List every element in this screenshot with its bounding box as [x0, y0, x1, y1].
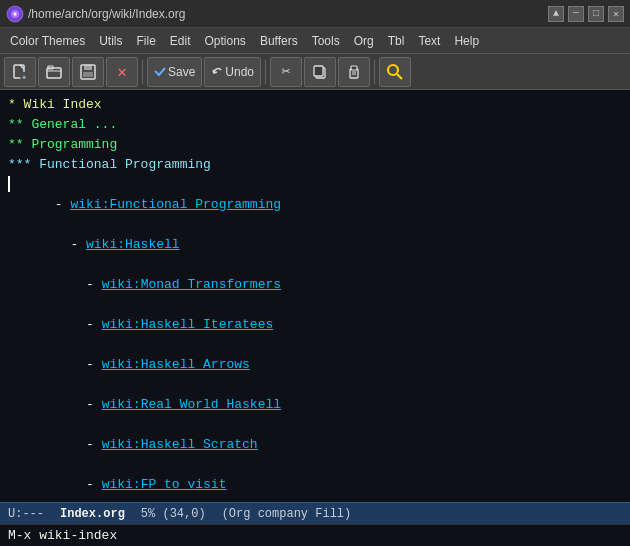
link-haskell[interactable]: wiki:Haskell	[86, 237, 180, 252]
menu-org[interactable]: Org	[348, 32, 380, 50]
line-prefix: -	[8, 237, 86, 252]
search-button[interactable]	[379, 57, 411, 87]
undo-button[interactable]: Undo	[204, 57, 261, 87]
scroll-up-button[interactable]: ▲	[548, 6, 564, 22]
line-18: - wiki:Haskell_Scratch	[8, 434, 622, 454]
line-12: - wiki:Haskell_Iteratees	[8, 314, 622, 334]
menu-options[interactable]: Options	[199, 32, 252, 50]
line-prefix: -	[8, 277, 102, 292]
line-21	[8, 494, 622, 502]
paste-button[interactable]	[338, 57, 370, 87]
status-position: 5% (34,0)	[141, 507, 206, 521]
line-prefix: -	[8, 197, 70, 212]
svg-text:+: +	[22, 73, 26, 81]
menu-color-themes[interactable]: Color Themes	[4, 32, 91, 50]
line-text: *** Functional Programming	[8, 157, 211, 172]
title-bar: /home/arch/org/wiki/Index.org ▲ ─ □ ✕	[0, 0, 630, 28]
status-filename: Index.org	[60, 507, 125, 521]
status-bar: U:--- Index.org 5% (34,0) (Org company F…	[0, 502, 630, 524]
line-8: - wiki:Haskell	[8, 234, 622, 254]
title-bar-controls: ▲ ─ □ ✕	[548, 6, 624, 22]
line-14: - wiki:Haskell_Arrows	[8, 354, 622, 374]
toolbar-separator-2	[265, 60, 266, 84]
toolbar: + ✕ Save Undo ✂	[0, 54, 630, 90]
line-7	[8, 214, 622, 234]
link-haskell-scratch[interactable]: wiki:Haskell_Scratch	[102, 437, 258, 452]
line-prefix: -	[8, 477, 102, 492]
menu-utils[interactable]: Utils	[93, 32, 128, 50]
line-1: * Wiki Index	[8, 94, 622, 114]
text-cursor	[8, 176, 10, 192]
minibuffer-text: M-x wiki-index	[8, 528, 117, 543]
line-2: ** General ...	[8, 114, 622, 134]
title-bar-left: /home/arch/org/wiki/Index.org	[6, 5, 185, 23]
editor-content: * Wiki Index ** General ... ** Programmi…	[8, 94, 622, 502]
menu-file[interactable]: File	[130, 32, 161, 50]
svg-line-18	[397, 74, 402, 79]
copy-button[interactable]	[304, 57, 336, 87]
editor-area[interactable]: * Wiki Index ** General ... ** Programmi…	[0, 90, 630, 502]
cut-x-button[interactable]: ✕	[106, 57, 138, 87]
line-11	[8, 294, 622, 314]
link-functional-programming[interactable]: wiki:Functional_Programming	[70, 197, 281, 212]
menu-text[interactable]: Text	[412, 32, 446, 50]
close-button[interactable]: ✕	[608, 6, 624, 22]
line-text: ** Programming	[8, 137, 117, 152]
line-prefix: -	[8, 397, 102, 412]
line-10: - wiki:Monad_Transformers	[8, 274, 622, 294]
open-file-button[interactable]	[38, 57, 70, 87]
menu-tbl[interactable]: Tbl	[382, 32, 411, 50]
save-button-icon[interactable]	[72, 57, 104, 87]
svg-point-17	[388, 65, 398, 75]
link-haskell-iteratees[interactable]: wiki:Haskell_Iteratees	[102, 317, 274, 332]
line-15	[8, 374, 622, 394]
line-3: ** Programming	[8, 134, 622, 154]
window-title: /home/arch/org/wiki/Index.org	[28, 7, 185, 21]
menu-buffers[interactable]: Buffers	[254, 32, 304, 50]
svg-rect-14	[351, 66, 357, 70]
line-prefix: -	[8, 317, 102, 332]
toolbar-separator-1	[142, 60, 143, 84]
status-mode-info: (Org company Fill)	[222, 507, 352, 521]
toolbar-separator-3	[374, 60, 375, 84]
line-13	[8, 334, 622, 354]
line-16: - wiki:Real_World_Haskell	[8, 394, 622, 414]
line-6: - wiki:Functional_Programming	[8, 194, 622, 214]
status-mode: U:---	[8, 507, 44, 521]
link-fp-to-visit[interactable]: wiki:FP_to_visit	[102, 477, 227, 492]
line-19	[8, 454, 622, 474]
maximize-button[interactable]: □	[588, 6, 604, 22]
line-text: * Wiki Index	[8, 97, 102, 112]
line-20: - wiki:FP_to_visit	[8, 474, 622, 494]
line-4: *** Functional Programming	[8, 154, 622, 174]
svg-point-2	[14, 12, 17, 15]
svg-rect-12	[314, 66, 323, 76]
emacs-icon	[6, 5, 24, 23]
svg-rect-10	[83, 72, 93, 77]
line-17	[8, 414, 622, 434]
line-5-cursor	[8, 174, 622, 194]
save-label-button[interactable]: Save	[147, 57, 202, 87]
svg-rect-9	[84, 65, 92, 70]
cut-scissors-button[interactable]: ✂	[270, 57, 302, 87]
menu-tools[interactable]: Tools	[306, 32, 346, 50]
new-file-button[interactable]: +	[4, 57, 36, 87]
menu-help[interactable]: Help	[448, 32, 485, 50]
line-prefix: -	[8, 357, 102, 372]
minimize-button[interactable]: ─	[568, 6, 584, 22]
line-text: ** General ...	[8, 117, 117, 132]
menu-edit[interactable]: Edit	[164, 32, 197, 50]
line-9	[8, 254, 622, 274]
link-haskell-arrows[interactable]: wiki:Haskell_Arrows	[102, 357, 250, 372]
minibuffer[interactable]: M-x wiki-index	[0, 524, 630, 546]
line-prefix: -	[8, 437, 102, 452]
link-monad-transformers[interactable]: wiki:Monad_Transformers	[102, 277, 281, 292]
menu-bar: Color Themes Utils File Edit Options Buf…	[0, 28, 630, 54]
link-real-world-haskell[interactable]: wiki:Real_World_Haskell	[102, 397, 281, 412]
